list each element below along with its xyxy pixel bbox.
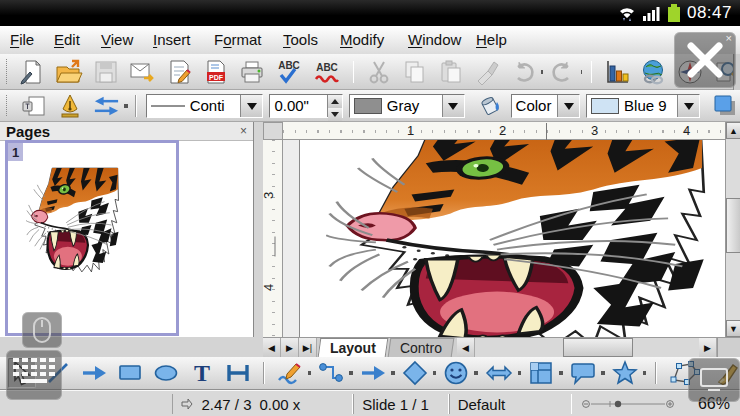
auto-spellcheck-button[interactable]: ABC: [312, 57, 342, 87]
save-button[interactable]: [92, 57, 120, 87]
rectangle-tool[interactable]: [116, 358, 144, 388]
symbol-shapes-tool[interactable]: [442, 358, 470, 388]
print-button[interactable]: [238, 57, 266, 87]
page-thumbnail[interactable]: 1: [7, 142, 177, 334]
ellipse-tool[interactable]: [152, 358, 180, 388]
menu-tools[interactable]: Tools: [279, 29, 322, 50]
redo-button[interactable]: [549, 57, 577, 87]
zoom-slider-handle[interactable]: [615, 401, 621, 407]
tab-layout[interactable]: Layout: [318, 338, 389, 357]
undo-button[interactable]: [509, 57, 537, 87]
menu-insert[interactable]: Insert: [149, 29, 195, 50]
stars-tool[interactable]: [611, 358, 639, 388]
tab-nav-prev[interactable]: ◀: [263, 338, 281, 357]
hyperlink-button[interactable]: [639, 57, 668, 87]
shadow-button[interactable]: [710, 91, 740, 121]
mail-button[interactable]: [128, 57, 158, 87]
horizontal-scrollbar[interactable]: [475, 338, 699, 357]
tab-nav-last[interactable]: ▶|: [299, 338, 317, 357]
line-color-dropdown[interactable]: [442, 95, 464, 117]
scroll-down-button[interactable]: ▼: [726, 320, 740, 337]
close-session-overlay[interactable]: ×: [674, 32, 736, 88]
callouts-dropdown[interactable]: [601, 371, 605, 375]
connector-dropdown[interactable]: [349, 371, 353, 375]
fill-can-icon[interactable]: [475, 91, 505, 121]
width-down-button[interactable]: [328, 108, 342, 121]
arrow-style-button[interactable]: [91, 91, 122, 121]
hscroll-right-button[interactable]: ▶: [699, 338, 717, 357]
curve-dropdown[interactable]: [308, 371, 312, 375]
menu-edit[interactable]: Edit: [50, 29, 84, 50]
format-paintbrush-button[interactable]: [473, 57, 501, 87]
pages-panel: Pages × 1: [0, 122, 254, 337]
new-document-button[interactable]: [18, 57, 46, 87]
fill-color-select[interactable]: Blue 9: [586, 94, 700, 118]
slide-indicator-cell: Slide 1 / 1: [353, 394, 448, 414]
tab-controls[interactable]: Contro: [388, 338, 455, 357]
fill-type-select[interactable]: Color: [511, 94, 581, 118]
open-button[interactable]: [54, 57, 84, 87]
export-pdf-button[interactable]: PDF: [202, 57, 230, 87]
vertical-scroll-thumb[interactable]: [726, 198, 740, 253]
text-tool[interactable]: T: [188, 358, 216, 388]
block-arrows-dropdown[interactable]: [518, 371, 522, 375]
vertical-scrollbar[interactable]: ▲ ▼: [725, 122, 740, 337]
menu-format[interactable]: Format: [210, 29, 266, 50]
fill-type-dropdown[interactable]: [557, 95, 579, 117]
basic-shapes-dropdown[interactable]: [433, 371, 437, 375]
curve-tool[interactable]: [276, 358, 304, 388]
slide-page[interactable]: [299, 140, 725, 337]
flowchart-tool[interactable]: [527, 358, 555, 388]
edit-file-button[interactable]: [166, 57, 194, 87]
pages-panel-close-icon[interactable]: ×: [240, 125, 247, 137]
tiger-image[interactable]: [326, 140, 718, 337]
horizontal-scroll-thumb[interactable]: [563, 338, 633, 357]
arrow-style-dropdown[interactable]: [124, 104, 128, 108]
line-width-spinner[interactable]: 0.00": [269, 94, 342, 118]
toolbar-grip[interactable]: [6, 95, 11, 117]
overlay-close-icon[interactable]: ×: [726, 32, 732, 44]
mouse-toggle-overlay[interactable]: [22, 312, 62, 348]
redo-dropdown[interactable]: [581, 70, 582, 74]
menu-help[interactable]: Help: [472, 29, 511, 50]
scroll-up-button[interactable]: ▲: [726, 122, 740, 139]
arrow-tool[interactable]: [80, 358, 108, 388]
insert-chart-button[interactable]: [603, 57, 631, 87]
flowchart-dropdown[interactable]: [559, 371, 563, 375]
menu-modify[interactable]: Modify: [336, 29, 388, 50]
toolbar-grip[interactable]: [6, 59, 8, 84]
paste-button[interactable]: [437, 57, 465, 87]
spellcheck-button[interactable]: ABC: [274, 57, 304, 87]
edit-points-pen-icon[interactable]: [55, 91, 85, 121]
close-icon[interactable]: [683, 38, 727, 82]
menu-window[interactable]: Window: [404, 29, 465, 50]
styles-button[interactable]: [19, 91, 49, 121]
fill-color-dropdown[interactable]: [677, 95, 699, 117]
text-frame-tool[interactable]: [224, 358, 252, 388]
cut-button[interactable]: [365, 57, 393, 87]
line-style-dropdown[interactable]: [240, 95, 262, 117]
tab-nav-next[interactable]: ▶: [281, 338, 299, 357]
display-toggle-overlay[interactable]: [688, 358, 740, 402]
connector-tool[interactable]: [317, 358, 345, 388]
zoom-slider[interactable]: [580, 397, 676, 411]
line-color-select[interactable]: Gray: [349, 94, 465, 118]
ruler-marker: [275, 237, 276, 257]
callouts-tool[interactable]: [569, 358, 597, 388]
menu-file[interactable]: File: [6, 29, 38, 50]
hscroll-left-button[interactable]: ◀: [457, 338, 475, 357]
lines-arrows-tool[interactable]: [359, 358, 387, 388]
stars-dropdown[interactable]: [643, 371, 647, 375]
copy-button[interactable]: [401, 57, 429, 87]
symbol-shapes-dropdown[interactable]: [474, 371, 478, 375]
keyboard-toggle-overlay[interactable]: [6, 350, 62, 400]
basic-shapes-tool[interactable]: [401, 358, 429, 388]
layer-cell[interactable]: Default: [449, 394, 573, 414]
undo-dropdown[interactable]: [541, 70, 542, 74]
lines-arrows-dropdown[interactable]: [391, 371, 395, 375]
drawing-canvas[interactable]: [283, 140, 725, 337]
block-arrows-tool[interactable]: [484, 358, 514, 388]
width-up-button[interactable]: [328, 95, 342, 108]
menu-view[interactable]: View: [97, 29, 137, 50]
line-style-select[interactable]: Conti: [146, 94, 264, 118]
